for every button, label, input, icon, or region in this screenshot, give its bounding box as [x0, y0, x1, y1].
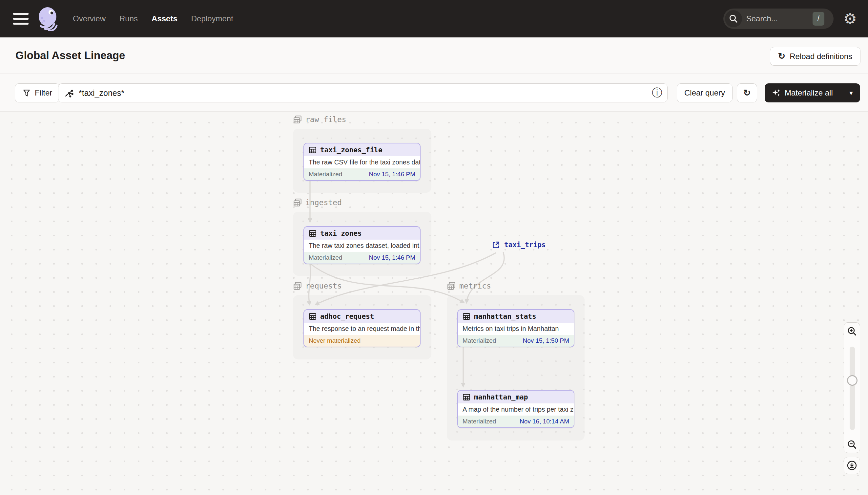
asset-node-header: manhattan_map: [458, 391, 574, 404]
info-icon[interactable]: ⓘ: [652, 87, 662, 98]
asset-name: manhattan_map: [474, 393, 528, 401]
top-navigation-bar: Overview Runs Assets Deployment / ⚙: [0, 0, 868, 37]
asset-name: manhattan_stats: [474, 312, 536, 320]
hamburger-menu-button[interactable]: [13, 12, 31, 26]
page-title: Global Asset Lineage: [15, 49, 125, 62]
nav-item-deployment[interactable]: Deployment: [191, 14, 233, 23]
zoom-in-icon: [847, 326, 857, 337]
chevron-down-icon: ▾: [849, 89, 853, 97]
filter-button[interactable]: Filter: [15, 83, 60, 102]
asset-status-row: Materialized Nov 16, 10:14 AM: [458, 415, 574, 427]
gear-icon: ⚙: [844, 10, 857, 27]
asset-selection-input[interactable]: [58, 83, 668, 102]
refresh-icon: ↻: [778, 52, 786, 61]
refresh-icon: ↻: [743, 89, 751, 98]
asset-description: Metrics on taxi trips in Manhattan: [458, 323, 574, 335]
menu-icon: [13, 13, 29, 15]
asset-name: taxi_zones_file: [320, 146, 383, 154]
page-header: Global Asset Lineage ↻ Reload definition…: [0, 37, 868, 74]
table-icon: [309, 146, 317, 154]
status-label: Materialized: [463, 337, 496, 344]
asset-node-adhoc-request[interactable]: adhoc_request The response to an request…: [303, 309, 421, 347]
asset-node-header: taxi_zones: [304, 227, 420, 240]
nav-item-overview[interactable]: Overview: [73, 14, 106, 23]
asset-name: taxi_zones: [320, 229, 361, 237]
materialize-all-split-button: Materialize all ▾: [765, 83, 860, 102]
status-label: Materialized: [309, 254, 342, 261]
asset-graph-icon: [64, 88, 74, 98]
external-asset-taxi-trips[interactable]: taxi_trips: [491, 240, 546, 250]
asset-status-row: Materialized Nov 15, 1:46 PM: [304, 168, 420, 180]
asset-description: A map of the number of trips per taxi z.…: [458, 404, 574, 415]
table-icon: [463, 393, 471, 401]
lineage-canvas[interactable]: raw_files ingested requests metrics taxi…: [0, 112, 868, 495]
status-label: Materialized: [463, 418, 496, 425]
search-icon: [725, 10, 742, 27]
status-label: Never materialized: [309, 337, 360, 344]
funnel-icon: [22, 89, 31, 97]
group-label-metrics[interactable]: metrics: [447, 281, 491, 290]
table-icon: [309, 312, 317, 320]
sparkles-icon: [772, 89, 780, 97]
asset-status-row: Materialized Nov 15, 1:46 PM: [304, 252, 420, 263]
asset-name: adhoc_request: [320, 312, 374, 320]
asset-group-icon: [293, 115, 302, 124]
asset-group-icon: [447, 281, 456, 290]
nav-item-runs[interactable]: Runs: [119, 14, 138, 23]
main-nav: Overview Runs Assets Deployment: [73, 14, 233, 23]
zoom-slider-track: [850, 347, 855, 430]
asset-node-header: manhattan_stats: [458, 310, 574, 323]
group-label-raw-files[interactable]: raw_files: [293, 115, 347, 124]
asset-node-taxi-zones-file[interactable]: taxi_zones_file The raw CSV file for the…: [303, 143, 421, 181]
clear-query-button[interactable]: Clear query: [677, 83, 732, 102]
asset-description: The raw CSV file for the taxi zones dat.…: [304, 156, 420, 168]
asset-status-row: Never materialized: [304, 335, 420, 347]
nav-item-assets[interactable]: Assets: [152, 14, 177, 23]
lineage-edges: [0, 112, 868, 495]
asset-status-row: Materialized Nov 15, 1:50 PM: [458, 335, 574, 347]
dagster-logo: [37, 6, 59, 31]
asset-group-icon: [293, 281, 302, 290]
search-box[interactable]: /: [723, 8, 834, 29]
table-icon: [309, 229, 317, 237]
refresh-graph-button[interactable]: ↻: [737, 83, 757, 102]
zoom-slider[interactable]: [844, 340, 860, 436]
search-shortcut-badge: /: [813, 12, 825, 25]
status-timestamp: Nov 15, 1:50 PM: [522, 337, 569, 344]
download-image-button[interactable]: [844, 457, 860, 474]
download-icon: [847, 460, 857, 471]
group-label-requests[interactable]: requests: [293, 281, 342, 290]
asset-node-manhattan-stats[interactable]: manhattan_stats Metrics on taxi trips in…: [457, 309, 574, 347]
search-input[interactable]: [746, 8, 805, 29]
edge-taxi-trips-to-manhattan-stats: [466, 252, 504, 303]
zoom-slider-thumb[interactable]: [847, 375, 857, 386]
lineage-toolbar: Filter ⓘ Clear query ↻ Materialize all ▾: [0, 74, 868, 112]
asset-description: The raw taxi zones dataset, loaded int..…: [304, 240, 420, 252]
asset-node-header: adhoc_request: [304, 310, 420, 323]
zoom-out-button[interactable]: [844, 436, 860, 453]
asset-node-taxi-zones[interactable]: taxi_zones The raw taxi zones dataset, l…: [303, 226, 421, 264]
table-icon: [463, 312, 471, 320]
group-label-ingested[interactable]: ingested: [293, 198, 342, 207]
status-timestamp: Nov 16, 10:14 AM: [520, 418, 569, 425]
status-timestamp: Nov 15, 1:46 PM: [369, 254, 415, 261]
asset-node-manhattan-map[interactable]: manhattan_map A map of the number of tri…: [457, 390, 574, 428]
status-label: Materialized: [309, 171, 342, 178]
asset-group-icon: [293, 198, 302, 207]
zoom-in-button[interactable]: [844, 322, 860, 340]
status-timestamp: Nov 15, 1:46 PM: [369, 171, 415, 178]
reload-definitions-button[interactable]: ↻ Reload definitions: [770, 47, 861, 66]
asset-node-header: taxi_zones_file: [304, 143, 420, 156]
materialize-dropdown-button[interactable]: ▾: [842, 83, 860, 102]
materialize-all-button[interactable]: Materialize all: [765, 83, 842, 102]
asset-selection-field: ⓘ: [58, 83, 668, 102]
asset-description: The response to an request made in th...: [304, 323, 420, 335]
external-link-icon: [491, 240, 501, 250]
settings-gear-button[interactable]: ⚙: [844, 11, 857, 26]
zoom-out-icon: [847, 439, 857, 450]
